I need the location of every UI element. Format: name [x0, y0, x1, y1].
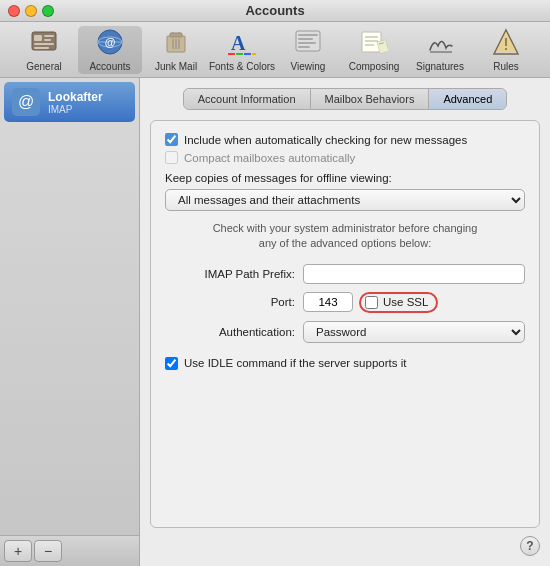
idle-checkbox[interactable] [165, 357, 178, 370]
minimize-button[interactable] [25, 5, 37, 17]
window-title: Accounts [245, 3, 304, 18]
advanced-settings-panel: Include when automatically checking for … [150, 120, 540, 528]
account-type: IMAP [48, 104, 103, 115]
svg-rect-11 [170, 33, 182, 37]
include-checkbox[interactable] [165, 133, 178, 146]
imap-path-label: IMAP Path Prefix: [165, 268, 295, 280]
composing-icon [360, 28, 388, 60]
viewing-icon [294, 28, 322, 60]
fonts-label: Fonts & Colors [209, 61, 275, 72]
window-controls [8, 5, 54, 17]
imap-path-row: IMAP Path Prefix: [165, 264, 525, 284]
viewing-label: Viewing [291, 61, 326, 72]
copies-select[interactable]: All messages and their attachments All m… [165, 189, 525, 211]
remove-account-button[interactable]: − [34, 540, 62, 562]
auth-label: Authentication: [165, 326, 295, 338]
svg-text:@: @ [105, 36, 116, 48]
port-row: Port: Use SSL [165, 292, 525, 313]
junk-label: Junk Mail [155, 61, 197, 72]
tab-advanced[interactable]: Advanced [429, 89, 506, 109]
include-check-row: Include when automatically checking for … [165, 133, 525, 146]
svg-rect-24 [298, 34, 318, 36]
account-text: Lookafter IMAP [48, 90, 103, 115]
rules-icon [492, 28, 520, 60]
port-label: Port: [165, 296, 295, 308]
maximize-button[interactable] [42, 5, 54, 17]
copies-section-label: Keep copies of messages for offline view… [165, 172, 525, 184]
svg-rect-5 [34, 47, 49, 49]
toolbar-item-accounts[interactable]: @ Accounts [78, 26, 142, 74]
general-label: General [26, 61, 62, 72]
compact-label: Compact mailboxes automatically [184, 152, 355, 164]
add-account-button[interactable]: + [4, 540, 32, 562]
toolbar-item-general[interactable]: General [12, 26, 76, 74]
general-icon [30, 28, 58, 60]
port-ssl-area: Use SSL [303, 292, 438, 313]
svg-point-38 [505, 48, 507, 50]
svg-rect-1 [34, 35, 42, 41]
sidebar-item-lookafter[interactable]: @ Lookafter IMAP [4, 82, 135, 122]
ssl-label: Use SSL [383, 296, 428, 308]
sidebar-list: @ Lookafter IMAP [0, 78, 139, 535]
rules-label: Rules [493, 61, 519, 72]
svg-rect-19 [228, 53, 235, 55]
compact-checkbox[interactable] [165, 151, 178, 164]
auth-select[interactable]: Password MD5 Challenge-Response NTLM Ker… [303, 321, 525, 343]
tab-bar: Account Information Mailbox Behaviors Ad… [183, 88, 508, 110]
svg-rect-27 [298, 46, 310, 48]
junk-icon [162, 28, 190, 60]
svg-rect-22 [252, 53, 256, 55]
close-button[interactable] [8, 5, 20, 17]
toolbar-item-signatures[interactable]: Signatures [408, 26, 472, 74]
toolbar-item-junk[interactable]: Junk Mail [144, 26, 208, 74]
svg-rect-21 [244, 53, 251, 55]
account-icon: @ [12, 88, 40, 116]
tab-mailbox-behaviors[interactable]: Mailbox Behaviors [311, 89, 430, 109]
composing-label: Composing [349, 61, 400, 72]
idle-row: Use IDLE command if the server supports … [165, 357, 525, 370]
idle-label: Use IDLE command if the server supports … [184, 357, 406, 369]
help-area: ? [150, 536, 540, 556]
copies-dropdown-row: All messages and their attachments All m… [165, 189, 525, 211]
include-label: Include when automatically checking for … [184, 134, 467, 146]
admin-warning: Check with your system administrator bef… [165, 221, 525, 252]
svg-rect-2 [44, 35, 54, 37]
titlebar: Accounts [0, 0, 550, 22]
help-button[interactable]: ? [520, 536, 540, 556]
svg-rect-3 [44, 39, 51, 41]
svg-rect-20 [236, 53, 243, 55]
fonts-icon: A [228, 28, 256, 60]
content-area: Account Information Mailbox Behaviors Ad… [140, 78, 550, 566]
ssl-area: Use SSL [359, 292, 438, 313]
imap-path-input[interactable] [303, 264, 525, 284]
accounts-icon: @ [96, 28, 124, 60]
accounts-label: Accounts [89, 61, 130, 72]
sidebar: @ Lookafter IMAP + − [0, 78, 140, 566]
svg-text:A: A [231, 32, 246, 54]
toolbar-item-composing[interactable]: Composing [342, 26, 406, 74]
svg-rect-26 [298, 42, 316, 44]
toolbar: General @ Accounts Junk Mail [0, 22, 550, 78]
sidebar-footer: + − [0, 535, 139, 566]
svg-rect-25 [298, 38, 313, 40]
toolbar-item-rules[interactable]: Rules [474, 26, 538, 74]
main-area: @ Lookafter IMAP + − Account Information… [0, 78, 550, 566]
ssl-checkbox[interactable] [365, 296, 378, 309]
auth-row: Authentication: Password MD5 Challenge-R… [165, 321, 525, 343]
svg-rect-4 [34, 43, 54, 45]
account-name: Lookafter [48, 90, 103, 104]
signatures-icon [426, 28, 454, 60]
port-input[interactable] [303, 292, 353, 312]
signatures-label: Signatures [416, 61, 464, 72]
compact-check-row: Compact mailboxes automatically [165, 151, 525, 164]
toolbar-item-viewing[interactable]: Viewing [276, 26, 340, 74]
toolbar-item-fonts[interactable]: A Fonts & Colors [210, 26, 274, 74]
tab-account-information[interactable]: Account Information [184, 89, 311, 109]
